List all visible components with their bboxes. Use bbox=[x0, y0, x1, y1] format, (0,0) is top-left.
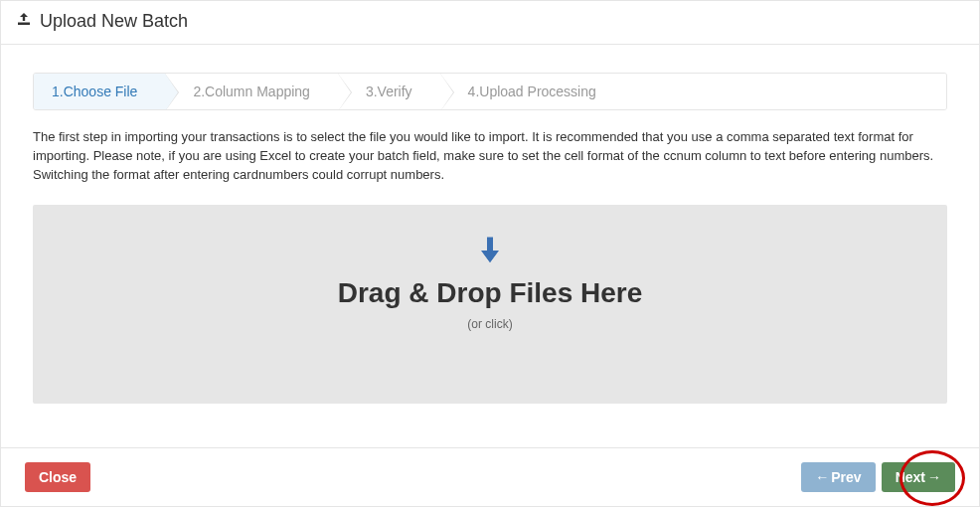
svg-rect-0 bbox=[18, 23, 30, 26]
step-label: 2.Column Mapping bbox=[193, 84, 310, 99]
prev-button[interactable]: Prev bbox=[801, 462, 875, 492]
modal-footer: Close Prev Next bbox=[1, 447, 979, 506]
upload-batch-modal: Upload New Batch 1.Choose File 2.Column … bbox=[0, 0, 980, 507]
modal-header: Upload New Batch bbox=[1, 1, 979, 45]
modal-body: 1.Choose File 2.Column Mapping 3.Verify … bbox=[1, 45, 979, 423]
dropzone-title: Drag & Drop Files Here bbox=[338, 277, 643, 309]
step-choose-file[interactable]: 1.Choose File bbox=[34, 74, 165, 109]
step-label: 4.Upload Processing bbox=[468, 84, 596, 99]
step-upload-processing[interactable]: 4.Upload Processing bbox=[440, 74, 946, 109]
footer-nav: Prev Next bbox=[801, 462, 955, 492]
file-dropzone[interactable]: Drag & Drop Files Here (or click) bbox=[33, 205, 947, 404]
modal-title: Upload New Batch bbox=[40, 11, 188, 32]
intro-text: The first step in importing your transac… bbox=[33, 128, 947, 185]
arrow-left-icon bbox=[815, 469, 831, 485]
step-label: 3.Verify bbox=[366, 84, 412, 99]
next-button-label: Next bbox=[896, 469, 925, 485]
dropzone-subtitle: (or click) bbox=[467, 317, 512, 331]
close-button[interactable]: Close bbox=[25, 462, 90, 492]
step-column-mapping[interactable]: 2.Column Mapping bbox=[165, 74, 338, 109]
next-button[interactable]: Next bbox=[882, 462, 955, 492]
arrow-right-icon bbox=[925, 469, 941, 485]
step-label: 1.Choose File bbox=[52, 84, 137, 99]
upload-icon bbox=[16, 12, 32, 31]
step-verify[interactable]: 3.Verify bbox=[338, 74, 440, 109]
prev-button-label: Prev bbox=[831, 469, 861, 485]
download-arrow-icon bbox=[472, 233, 508, 271]
wizard-steps: 1.Choose File 2.Column Mapping 3.Verify … bbox=[33, 73, 947, 110]
